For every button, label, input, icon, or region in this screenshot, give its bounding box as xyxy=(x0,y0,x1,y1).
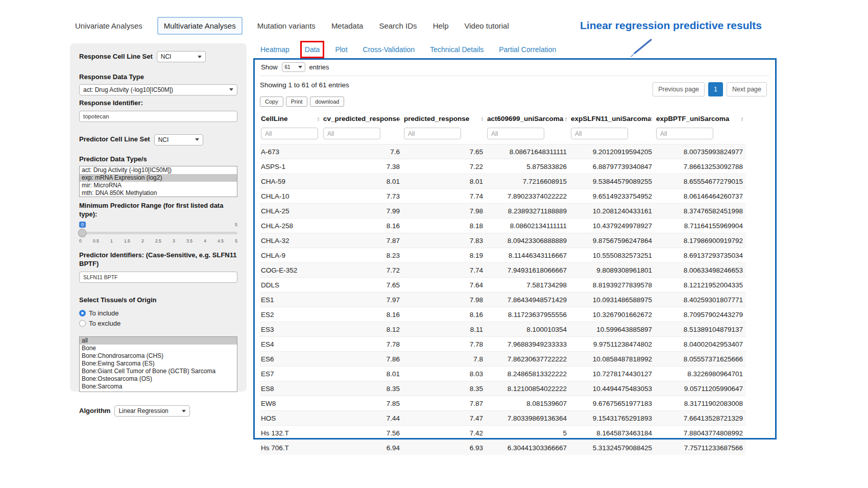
cell-line-name: COG-E-352 xyxy=(260,263,322,278)
download-button[interactable]: download xyxy=(310,96,344,107)
filter-input-act609699-unisarcoma[interactable] xyxy=(487,128,544,139)
tissue-include-radio[interactable]: To include xyxy=(79,309,237,317)
table-row[interactable]: Hs 706.T6.946.936.304413033666675.313245… xyxy=(260,441,746,455)
nav-item-help[interactable]: Help xyxy=(432,18,450,34)
nav-item-video-tutorial[interactable]: Video tutorial xyxy=(463,18,510,34)
nav-item-multivariate-analyses[interactable]: Multivariate Analyses xyxy=(157,17,243,35)
filter-input-predicted-response[interactable] xyxy=(404,128,461,139)
tissue-listbox[interactable]: allBoneBone:Chondrosarcoma (CHS)Bone:Ewi… xyxy=(79,336,237,392)
column-header-expbptf-unisarcoma[interactable]: expBPTF_uniSarcoma▲▼ xyxy=(655,111,746,127)
tab-heatmap[interactable]: Heatmap xyxy=(260,45,290,54)
page-1-button[interactable]: 1 xyxy=(708,82,723,96)
table-row[interactable]: COG-E-3527.727.747.949316180666679.80893… xyxy=(260,263,746,278)
table-row[interactable]: ES88.358.358.1210085402222210.4494475483… xyxy=(260,381,746,396)
tissue-option-peripheral-nervous-system[interactable]: Peripheral_Nervous_System xyxy=(80,391,237,392)
filter-input-expbptf-unisarcoma[interactable] xyxy=(656,128,713,139)
predictor-option-exp-mrna-expression-log2[interactable]: exp: mRNA Expression (log2) xyxy=(80,174,237,182)
sort-icon[interactable]: ▲▼ xyxy=(649,116,653,121)
slider-track[interactable] xyxy=(79,232,237,234)
copy-button[interactable]: Copy xyxy=(260,96,283,107)
previous-page-button[interactable]: Previous page xyxy=(653,82,705,96)
table-row[interactable]: DDLS7.657.647.5817342988.819392778395788… xyxy=(260,278,746,292)
predictor-identifiers-input[interactable] xyxy=(79,272,237,283)
response-identifier-input[interactable] xyxy=(79,111,237,122)
table-row[interactable]: CHLA-107.737.747.890233740222229.6514923… xyxy=(260,189,746,204)
cell-value: 8.12121952004335 xyxy=(655,278,746,292)
table-row[interactable]: ES17.977.987.8643494857142910.0931486588… xyxy=(260,292,746,307)
table-row[interactable]: CHLA-257.997.988.2389327118888910.208124… xyxy=(260,204,746,218)
nav-item-metadata[interactable]: Metadata xyxy=(330,18,365,34)
slider-tick: 2.5 xyxy=(155,238,161,243)
column-header-expslfn11-unisarcoma[interactable]: expSLFN11_uniSarcoma▲▼ xyxy=(570,111,655,127)
tissue-option-bone-ewing-sarcoma-es[interactable]: Bone:Ewing Sarcoma (ES) xyxy=(80,360,237,368)
sort-icon[interactable]: ▲▼ xyxy=(397,116,401,121)
cell-value: 8.08671648311111 xyxy=(486,144,570,159)
algorithm-select[interactable]: Linear Regression xyxy=(114,405,190,417)
table-row[interactable]: A-6737.67.658.086716483111119.2012091959… xyxy=(260,144,746,159)
table-row[interactable]: ASPS-17.387.225.8758338266.8879773934084… xyxy=(260,159,746,174)
tissue-option-all[interactable]: all xyxy=(80,337,237,345)
predictor-option-mir-microrna[interactable]: mir: MicroRNA xyxy=(80,182,237,189)
show-entries-select[interactable]: 61 xyxy=(282,62,305,72)
table-row[interactable]: ES38.128.118.10001035410.5996438858978.5… xyxy=(260,322,746,337)
print-button[interactable]: Print xyxy=(286,96,308,107)
slider-ticks: 00.511.522.533.544.55 xyxy=(79,238,237,243)
tab-plot[interactable]: Plot xyxy=(335,45,347,54)
table-row[interactable]: ES78.018.038.2486581332222210.7278174430… xyxy=(260,367,746,381)
column-header-cv-predicted-response[interactable]: cv_predicted_response▲▼ xyxy=(322,111,403,127)
cell-line-name: ES3 xyxy=(260,322,322,337)
sort-icon[interactable]: ▲▼ xyxy=(740,116,744,121)
table-body: A-6737.67.658.086716483111119.2012091959… xyxy=(260,144,746,455)
table-row[interactable]: CHLA-327.877.838.094233068888899.8756759… xyxy=(260,233,746,248)
nav-item-univariate-analyses[interactable]: Univariate Analyses xyxy=(74,18,143,34)
predictor-option-mth-dna-850k-methylation[interactable]: mth: DNA 850K Methylation xyxy=(80,189,237,197)
tab-data[interactable]: Data xyxy=(305,45,320,54)
tissue-origin-label: Select Tissue/s of Origin xyxy=(79,296,237,305)
slider-thumb[interactable] xyxy=(78,229,86,237)
cell-value: 8.1645873463184 xyxy=(570,426,655,441)
predictor-cell-line-set-select[interactable]: NCI xyxy=(154,134,203,145)
response-data-type-select[interactable]: act: Drug Activity (-log10[IC50M]) xyxy=(79,84,237,95)
sort-icon[interactable]: ▲▼ xyxy=(317,116,320,121)
cell-value: 8.17986900919792 xyxy=(655,233,746,248)
filter-input-cellline[interactable] xyxy=(261,128,318,139)
table-row[interactable]: EW87.857.878.0815396079.676756519771838.… xyxy=(260,396,746,411)
predictor-cell-line-set-row: Predictor Cell Line Set NCI xyxy=(79,134,237,145)
table-row[interactable]: CHA-598.018.017.72166089159.538445790892… xyxy=(260,174,746,189)
predictor-data-types-listbox[interactable]: act: Drug Activity (-log10[IC50M])exp: m… xyxy=(79,166,237,197)
tab-cross-validation[interactable]: Cross-Validation xyxy=(363,45,415,54)
cell-line-name: ES1 xyxy=(260,292,322,307)
tab-partial-correlation[interactable]: Partial Correlation xyxy=(499,45,556,54)
table-row[interactable]: ES47.787.787.968839492333339.97511238474… xyxy=(260,337,746,352)
nav-item-search-ids[interactable]: Search IDs xyxy=(378,18,418,34)
sort-icon[interactable]: ▲▼ xyxy=(564,116,568,121)
table-row[interactable]: HOS7.447.477.803398691363649.15431765291… xyxy=(260,411,746,426)
response-identifier-label: Response Identifier: xyxy=(79,99,237,108)
tissue-option-bone-sarcoma[interactable]: Bone:Sarcoma xyxy=(80,383,237,391)
cell-value: 8.09423306888889 xyxy=(486,233,570,248)
annotation-arrow-icon xyxy=(627,38,654,59)
cell-line-name: A-673 xyxy=(260,144,322,159)
table-row[interactable]: Hs 132.T7.567.4258.16458734631847.880437… xyxy=(260,426,746,441)
sort-icon[interactable]: ▲▼ xyxy=(480,116,484,121)
tab-technical-details[interactable]: Technical Details xyxy=(430,45,484,54)
predictor-option-act-drug-activity-log10-ic50m[interactable]: act: Drug Activity (-log10[IC50M]) xyxy=(80,166,237,174)
tissue-option-bone-giant-cell-tumor-of-bone-gctb-sarcoma[interactable]: Bone:Giant Cell Tumor of Bone (GCTB) Sar… xyxy=(80,368,237,375)
tissue-option-bone-chondrosarcoma-chs[interactable]: Bone:Chondrosarcoma (CHS) xyxy=(80,352,237,360)
tissue-exclude-radio[interactable]: To exclude xyxy=(79,320,237,327)
response-cell-line-set-select[interactable]: NCI xyxy=(157,51,206,62)
nav-item-mutation-variants[interactable]: Mutation variants xyxy=(256,18,317,34)
filter-input-expslfn11-unisarcoma[interactable] xyxy=(571,128,628,139)
tissue-option-bone-osteosarcoma-os[interactable]: Bone:Osteosarcoma (OS) xyxy=(80,375,237,383)
table-row[interactable]: ES67.867.87.8623063772222210.08584878189… xyxy=(260,352,746,367)
column-header-cellline[interactable]: CellLine▲▼ xyxy=(260,111,322,127)
next-page-button[interactable]: Next page xyxy=(727,82,767,96)
table-row[interactable]: CHLA-2588.168.188.0860213411111110.43792… xyxy=(260,218,746,233)
filter-input-cv-predicted-response[interactable] xyxy=(323,128,380,139)
table-row[interactable]: CHLA-98.238.198.1144634311666710.5550832… xyxy=(260,248,746,263)
column-header-act609699-unisarcoma[interactable]: act609699_uniSarcoma▲▼ xyxy=(486,111,570,127)
tissue-option-bone[interactable]: Bone xyxy=(80,345,237,352)
min-range-slider[interactable]: 0 5 00.511.522.533.544.55 xyxy=(79,222,237,247)
table-row[interactable]: ES28.168.168.1172363795555610.3267901662… xyxy=(260,307,746,322)
column-header-predicted-response[interactable]: predicted_response▲▼ xyxy=(403,111,486,127)
